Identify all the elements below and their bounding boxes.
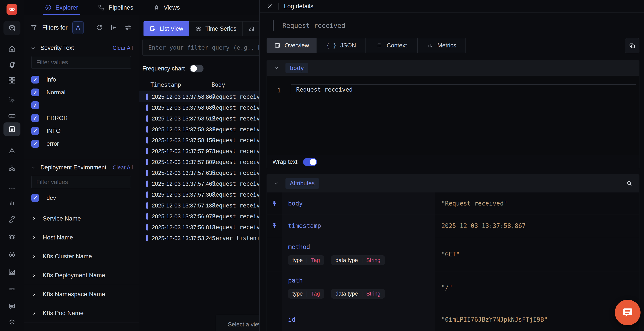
attributes-search-icon[interactable]	[626, 180, 633, 187]
sidebar-alerts-bell-icon[interactable]	[0, 58, 24, 72]
checkbox-checked-icon[interactable]: ✓	[31, 101, 39, 109]
sidebar-list-lines-icon[interactable]	[0, 282, 24, 296]
sidebar-api-link-icon[interactable]	[0, 213, 24, 226]
filter-option[interactable]: ✓ info	[31, 76, 133, 84]
column-timestamp[interactable]: Timestamp	[150, 82, 181, 88]
attribute-value[interactable]: "GET"	[434, 237, 639, 271]
chevron-down-icon[interactable]	[30, 45, 36, 51]
sidebar-settings-gear-icon[interactable]	[0, 315, 24, 328]
attribute-key[interactable]: body	[288, 200, 434, 207]
checkbox-checked-icon[interactable]: ✓	[31, 88, 39, 96]
attribute-value[interactable]: "Request received"	[434, 192, 639, 214]
filter-section-severity: Severity Text Clear All ✓ info ✓ Normal …	[24, 40, 139, 160]
attribute-row: path type|Tagdata type|String "/"	[267, 272, 639, 304]
filter-option[interactable]: ✓	[31, 101, 133, 109]
tab-views[interactable]: Views	[153, 0, 180, 15]
new-workspace-button[interactable]	[4, 21, 20, 35]
filters-title: Filters for	[42, 24, 68, 31]
query-badge[interactable]: A	[72, 21, 84, 34]
sidebar-integrations-blocks-icon[interactable]	[0, 162, 24, 175]
severity-section-title[interactable]: Severity Text	[40, 44, 74, 51]
checkbox-checked-icon[interactable]: ✓	[31, 76, 39, 84]
checkbox-checked-icon[interactable]: ✓	[31, 194, 39, 202]
drawer-tab-context[interactable]: Context	[366, 38, 418, 53]
sidebar-dashboards-grid-icon[interactable]	[0, 74, 24, 87]
severity-bar	[146, 115, 148, 122]
copy-button[interactable]	[625, 38, 640, 53]
sidebar-home-icon[interactable]	[0, 42, 24, 56]
sidebar-logs-icon[interactable]	[0, 122, 24, 136]
attribute-key[interactable]: method	[288, 243, 434, 250]
support-chat-fab[interactable]	[615, 300, 640, 325]
attribute-key[interactable]: timestamp	[288, 222, 434, 230]
filter-option-label: error	[46, 140, 59, 147]
filter-section-collapsed[interactable]: Host Name	[24, 228, 139, 247]
chevron-down-icon[interactable]	[30, 165, 36, 171]
filter-settings-icon[interactable]	[123, 24, 133, 31]
filter-section-collapsed[interactable]: Service Name	[24, 209, 139, 228]
column-body[interactable]: Body	[212, 82, 225, 88]
sync-refresh-icon[interactable]	[94, 24, 104, 31]
chevron-down-icon[interactable]	[273, 65, 280, 71]
filter-option[interactable]: ✓ INFO	[31, 127, 133, 135]
deployment-section-title[interactable]: Deployment Environment	[40, 164, 106, 171]
sidebar-infrastructure-server-icon[interactable]	[0, 109, 24, 122]
wrap-text-row: Wrap text	[267, 155, 639, 169]
chevron-down-icon[interactable]	[273, 180, 280, 186]
sidebar-charts-area-icon[interactable]	[0, 265, 24, 279]
deployment-filter-input[interactable]	[31, 176, 131, 188]
checkbox-checked-icon[interactable]: ✓	[31, 114, 39, 122]
attribute-key[interactable]: id	[288, 316, 434, 323]
close-icon[interactable]	[266, 3, 273, 10]
table-view-icon	[248, 25, 255, 32]
frequency-chart-toggle[interactable]	[190, 64, 204, 72]
drawer-tab-overview[interactable]: Overview	[266, 38, 316, 53]
body-content-line[interactable]: Request received	[291, 84, 636, 94]
deployment-clear-all-link[interactable]: Clear All	[112, 164, 133, 171]
tab-explorer[interactable]: Explorer	[44, 0, 78, 15]
sidebar-metrics-bars-icon[interactable]	[0, 196, 24, 209]
drawer-tab-json[interactable]: { } JSON	[316, 38, 366, 53]
time-series-atom-icon	[195, 25, 202, 32]
filter-section-collapsed[interactable]: K8s Namespace Name	[24, 285, 139, 304]
sidebar-explorer-binoculars-icon[interactable]	[0, 247, 24, 261]
filter-option[interactable]: ✓ Normal	[31, 88, 133, 96]
collapse-panel-icon[interactable]	[109, 24, 118, 31]
brand-logo[interactable]	[6, 4, 18, 15]
severity-clear-all-link[interactable]: Clear All	[112, 45, 133, 51]
attribute-row: method type|Tagdata type|String "GET"	[267, 237, 639, 272]
filter-option[interactable]: ✓ dev	[31, 194, 133, 202]
pin-icon[interactable]	[271, 200, 278, 206]
sidebar-traces-cursor-icon[interactable]	[0, 93, 24, 106]
drawer-tab-metrics[interactable]: Metrics	[418, 38, 466, 53]
attribute-value[interactable]: 2025-12-03 13:37:58.867	[434, 214, 639, 237]
attribute-value[interactable]: "/"	[434, 272, 639, 304]
log-timestamp: 2025-12-03 13:37:53.245	[152, 235, 215, 242]
frequency-chart-row: Frequency chart	[142, 62, 204, 75]
sidebar-more-dots-icon[interactable]	[0, 182, 24, 195]
view-tab-time-series[interactable]: Time Series	[189, 21, 242, 36]
severity-bar	[146, 224, 148, 230]
pin-icon[interactable]	[271, 222, 278, 229]
sidebar-service-map-icon[interactable]	[0, 144, 24, 158]
sidebar-exceptions-bug-icon[interactable]	[0, 230, 24, 244]
severity-filter-input[interactable]	[31, 56, 131, 69]
view-tab-list[interactable]: List View	[144, 21, 189, 36]
attribute-value[interactable]: "0imLPII76JBzY7NJpkNJsFTjI9B"	[434, 304, 639, 331]
filter-section-collapsed[interactable]: K8s Pod Name	[24, 304, 139, 323]
filter-option[interactable]: ✓ error	[31, 140, 133, 148]
filter-option-label: info	[46, 76, 56, 83]
body-section-header[interactable]: body	[267, 60, 639, 76]
attribute-key[interactable]: path	[288, 277, 434, 284]
checkbox-checked-icon[interactable]: ✓	[31, 140, 39, 148]
frequency-chart-label: Frequency chart	[142, 65, 185, 72]
attributes-header[interactable]: Attributes	[267, 174, 639, 192]
attribute-chips: type|Tagdata type|String	[288, 289, 434, 298]
filter-section-collapsed[interactable]: K8s Cluster Name	[24, 247, 139, 266]
wrap-text-toggle[interactable]	[303, 158, 317, 166]
filter-option[interactable]: ✓ ERROR	[31, 114, 133, 122]
checkbox-checked-icon[interactable]: ✓	[31, 127, 39, 135]
filter-section-collapsed[interactable]: K8s Deployment Name	[24, 266, 139, 285]
sidebar-chat-message-icon[interactable]	[0, 300, 24, 313]
tab-pipelines[interactable]: Pipelines	[98, 0, 133, 15]
